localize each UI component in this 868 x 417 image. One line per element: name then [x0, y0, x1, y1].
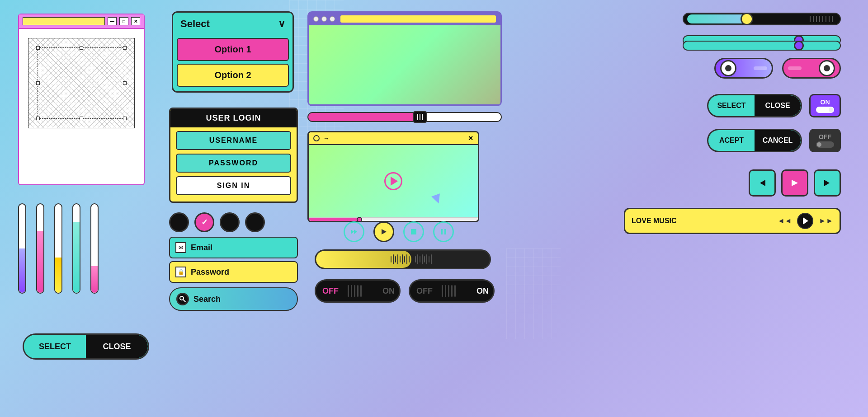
- handle-tm[interactable]: [80, 46, 83, 50]
- slider-thumb[interactable]: [413, 111, 427, 123]
- play-media-button[interactable]: [781, 169, 808, 197]
- forward-button[interactable]: ►►: [819, 217, 833, 225]
- password-input[interactable]: 🔒 Password: [169, 261, 298, 283]
- select-option-1[interactable]: Option 1: [177, 38, 289, 61]
- on-toggle[interactable]: OFF ON: [409, 279, 495, 303]
- video-controls: [344, 221, 454, 242]
- dot-step-2-active[interactable]: ✓: [194, 212, 214, 232]
- select-option-2[interactable]: Option 2: [177, 64, 289, 87]
- teal-slider-2[interactable]: [683, 41, 841, 51]
- username-field[interactable]: USERNAME: [176, 131, 291, 150]
- handle-bl[interactable]: [36, 117, 40, 120]
- off-pill-label: OFF: [819, 133, 831, 141]
- accept-cancel-button[interactable]: ACEPT CANCEL: [707, 129, 802, 152]
- play-icon: [391, 177, 398, 186]
- off-slider: [816, 141, 834, 148]
- v-slider-5[interactable]: [90, 203, 99, 294]
- search-label: Search: [193, 295, 221, 304]
- close-right-label: CLOSE: [755, 95, 801, 116]
- search-input[interactable]: Search: [169, 287, 298, 311]
- svg-rect-6: [441, 229, 443, 234]
- vertical-sliders: [18, 203, 99, 294]
- select-close-bottom-left[interactable]: SELECT CLOSE: [23, 333, 149, 360]
- video-close-icon[interactable]: ✕: [468, 135, 473, 142]
- svg-marker-2: [351, 230, 354, 234]
- off-toggle[interactable]: OFF ON: [315, 279, 401, 303]
- prev-button[interactable]: [749, 169, 776, 197]
- v-slider-4[interactable]: [72, 203, 80, 294]
- off-on-toggles: OFF ON OFF ON: [315, 279, 495, 303]
- handle-ml[interactable]: [36, 81, 40, 85]
- rewind-button[interactable]: ◄◄: [778, 217, 792, 225]
- dark-slider-thumb[interactable]: [741, 13, 753, 25]
- handle-tl[interactable]: [36, 46, 40, 50]
- svg-marker-11: [792, 180, 798, 186]
- password-label: Password: [191, 267, 229, 277]
- pause-button[interactable]: [433, 221, 454, 242]
- video-url-bar[interactable]: [336, 135, 464, 141]
- fast-forward-button[interactable]: [344, 221, 364, 242]
- video-progress-bar[interactable]: [309, 217, 478, 221]
- cancel-label: CANCEL: [755, 130, 801, 151]
- handle-bm[interactable]: [80, 117, 83, 120]
- video-titlebar: → ✕: [309, 132, 478, 145]
- music-title: LOVE MUSIC: [632, 217, 772, 225]
- minimize-button[interactable]: —: [108, 17, 117, 25]
- dots-stepper: ✓: [169, 212, 265, 232]
- login-window: USER LOGIN USERNAME PASSWORD SIGN IN: [169, 108, 298, 203]
- v-slider-3[interactable]: [54, 203, 62, 294]
- on-dot: [829, 108, 833, 112]
- on-label-active: ON: [472, 286, 493, 296]
- handle-mr[interactable]: [123, 81, 127, 85]
- email-input[interactable]: ✉ Email: [169, 237, 298, 258]
- login-title: USER LOGIN: [170, 109, 297, 127]
- browser-dot-2: [321, 16, 327, 22]
- toggle-right-row: [714, 58, 841, 79]
- email-icon: ✉: [175, 242, 186, 253]
- toggle-on-right[interactable]: [782, 58, 841, 79]
- play-button[interactable]: [373, 221, 394, 242]
- music-play-button[interactable]: [797, 213, 813, 229]
- toggle-off-right[interactable]: [714, 58, 773, 79]
- svg-rect-7: [444, 229, 446, 234]
- teal-slider-thumb-2[interactable]: [794, 41, 804, 51]
- audio-progress-bar[interactable]: [315, 249, 491, 269]
- on-pill[interactable]: ON: [809, 94, 841, 117]
- dot-step-4[interactable]: [245, 212, 265, 232]
- dot-step-3[interactable]: [220, 212, 240, 232]
- arrow-icon: →: [323, 135, 330, 142]
- select-header[interactable]: Select ∨: [173, 13, 292, 35]
- handle-tr[interactable]: [123, 46, 127, 50]
- handle-br[interactable]: [123, 117, 127, 120]
- video-play-button[interactable]: [384, 172, 402, 190]
- close-button[interactable]: ✕: [131, 17, 140, 25]
- maximize-button[interactable]: □: [119, 17, 128, 25]
- signin-button[interactable]: SIGN IN: [176, 176, 291, 195]
- email-label: Email: [191, 243, 212, 253]
- toggle-track: [754, 66, 767, 70]
- select-dropdown[interactable]: Select ∨ Option 1 Option 2: [172, 11, 294, 93]
- v-slider-1[interactable]: [18, 203, 26, 294]
- accept-cancel-area: ACEPT CANCEL OFF: [707, 129, 841, 152]
- browser-dot-1: [313, 16, 319, 22]
- stop-button[interactable]: [403, 221, 424, 242]
- design-titlebar: — □ ✕: [19, 14, 144, 29]
- browser-top-window: [307, 11, 502, 106]
- slider-ticks: [810, 16, 833, 22]
- dark-slider[interactable]: [683, 13, 841, 25]
- off-label: OFF: [316, 286, 345, 296]
- chevron-down-icon: ∨: [278, 18, 285, 30]
- horizontal-slider[interactable]: [307, 112, 502, 122]
- password-field[interactable]: PASSWORD: [176, 154, 291, 173]
- select-right-label: SELECT: [708, 95, 755, 116]
- play-icon: [803, 217, 808, 225]
- select-close-right-button[interactable]: SELECT CLOSE: [707, 94, 802, 117]
- svg-rect-5: [411, 229, 416, 234]
- off-pill[interactable]: OFF: [809, 129, 841, 152]
- dot-step-1[interactable]: [169, 212, 189, 232]
- browser-url-bar[interactable]: [340, 15, 496, 23]
- next-button[interactable]: [814, 169, 841, 197]
- v-slider-2[interactable]: [36, 203, 44, 294]
- search-icon: [176, 293, 189, 305]
- on-label-inactive: ON: [378, 286, 399, 296]
